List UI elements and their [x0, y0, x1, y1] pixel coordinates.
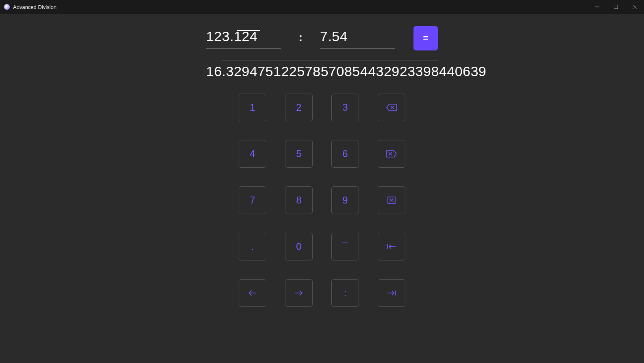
- keypad: 1 2 3 4 5 6 7 8 9: [239, 94, 405, 307]
- key-clear[interactable]: [378, 186, 405, 214]
- arrow-left-icon: [248, 290, 257, 296]
- maximize-icon: [614, 4, 618, 9]
- clear-icon: [387, 196, 396, 204]
- key-6[interactable]: 6: [331, 140, 359, 168]
- window-title: Advanced Division: [13, 4, 57, 10]
- key-9[interactable]: 9: [331, 186, 359, 214]
- key-1[interactable]: 1: [239, 94, 266, 121]
- key-next-field[interactable]: [378, 279, 405, 307]
- divisor-field-wrap: [320, 26, 395, 49]
- key-2[interactable]: 2: [285, 94, 313, 121]
- maximize-button[interactable]: [607, 0, 625, 14]
- app-icon: [4, 4, 10, 10]
- title-bar: Advanced Division: [0, 0, 644, 14]
- title-bar-left: Advanced Division: [4, 4, 57, 10]
- input-row: : =: [206, 26, 438, 50]
- window-controls: [588, 0, 644, 14]
- key-backspace[interactable]: [378, 94, 405, 121]
- result-block: 16.329475122578570854432923398440639: [206, 61, 438, 79]
- result-divider: [222, 61, 438, 61]
- arrow-left-to-line-icon: [387, 243, 396, 250]
- key-left[interactable]: [239, 279, 266, 307]
- key-right[interactable]: [285, 279, 313, 307]
- arrow-right-to-line-icon: [387, 290, 396, 296]
- key-prev-field[interactable]: [378, 233, 405, 260]
- key-5[interactable]: 5: [285, 140, 313, 168]
- divisor-input[interactable]: [320, 26, 395, 49]
- backspace-icon: [386, 103, 397, 112]
- arrow-right-icon: [294, 290, 303, 296]
- key-macron[interactable]: ¯: [331, 233, 359, 260]
- minimize-icon: [595, 4, 600, 9]
- key-colon[interactable]: :: [331, 279, 359, 307]
- equals-button[interactable]: =: [413, 26, 438, 50]
- dividend-input[interactable]: [206, 26, 281, 49]
- key-8[interactable]: 8: [285, 186, 313, 214]
- svg-rect-1: [614, 5, 618, 9]
- main-area: : = 16.329475122578570854432923398440639…: [0, 14, 644, 307]
- key-7[interactable]: 7: [239, 186, 266, 214]
- division-operator: :: [281, 26, 320, 44]
- key-0[interactable]: 0: [285, 233, 313, 260]
- minimize-button[interactable]: [588, 0, 607, 14]
- delete-icon: [386, 150, 397, 158]
- close-icon: [632, 4, 637, 9]
- repeating-overline: [237, 30, 260, 31]
- dividend-field-wrap: [206, 26, 281, 49]
- key-3[interactable]: 3: [331, 94, 359, 121]
- key-4[interactable]: 4: [239, 140, 266, 168]
- key-dot[interactable]: .: [239, 233, 266, 260]
- close-button[interactable]: [625, 0, 644, 14]
- key-delete[interactable]: [378, 140, 405, 168]
- result-value: 16.329475122578570854432923398440639: [206, 63, 438, 79]
